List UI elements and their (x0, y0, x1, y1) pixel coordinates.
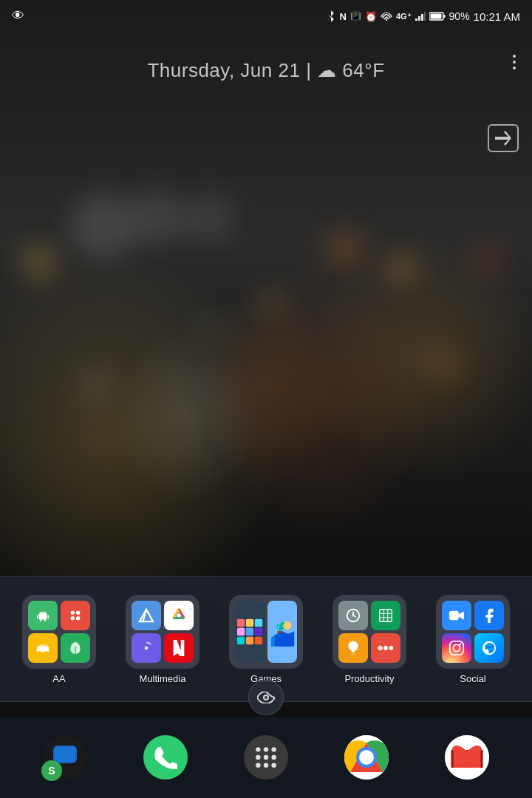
svg-rect-29 (237, 627, 245, 635)
svg-point-65 (264, 763, 268, 767)
folder-productivity-grid (332, 595, 406, 669)
svg-point-48 (383, 646, 388, 650)
dock-gmail[interactable] (445, 735, 489, 780)
more-options-button[interactable] (510, 52, 519, 72)
status-bar: 👁 N 📳 ⏰ 4G⁺ 90% 10:21 AM (0, 0, 532, 33)
battery-percent: 90% (449, 10, 470, 22)
bokeh-2 (129, 188, 185, 244)
app-zoom (442, 601, 471, 630)
folder-aa-label: AA (52, 673, 65, 684)
bokeh-3 (183, 191, 235, 242)
date-weather-widget: Thursday, Jun 21 | ☁ 64°F (0, 59, 532, 82)
bokeh-7 (473, 244, 502, 273)
app-lightbulb (338, 633, 368, 663)
eye-indicator-icon (257, 692, 275, 703)
dock-app-drawer[interactable] (244, 735, 288, 780)
folder-productivity[interactable]: Productivity (332, 595, 406, 684)
dock-phone[interactable] (143, 735, 188, 780)
app-maps (28, 633, 58, 663)
dot-2 (513, 61, 516, 64)
svg-rect-16 (38, 644, 48, 648)
svg-point-14 (76, 615, 81, 620)
app-drive (132, 601, 161, 630)
wifi-icon (381, 12, 392, 21)
folder-games[interactable]: Games (229, 595, 303, 684)
dock-messages[interactable]: S (43, 735, 87, 780)
svg-point-47 (378, 646, 383, 650)
svg-rect-26 (237, 618, 245, 626)
bokeh-1 (70, 192, 137, 259)
chrome-icon-container (344, 735, 389, 780)
svg-point-59 (264, 747, 268, 751)
svg-rect-1 (418, 16, 420, 21)
svg-rect-32 (237, 636, 245, 644)
notification-icon: N (340, 11, 347, 22)
folder-social[interactable]: Social (436, 595, 510, 684)
svg-point-11 (71, 610, 75, 615)
app-ytmusic (132, 633, 161, 663)
time-display: 10:21 AM (474, 10, 520, 23)
svg-point-13 (71, 615, 75, 620)
app-netflix (164, 633, 194, 663)
app-messenger (474, 633, 504, 663)
svg-rect-50 (449, 610, 459, 620)
vibrate-icon: 📳 (350, 11, 361, 21)
svg-point-18 (45, 650, 48, 653)
svg-rect-5 (443, 15, 445, 18)
gmail-icon-container (445, 735, 489, 780)
signal-icon (415, 12, 426, 21)
alarm-icon: ⏰ (365, 11, 377, 22)
dot-1 (513, 55, 516, 58)
svg-point-17 (38, 650, 41, 653)
shelf-indicator[interactable] (248, 680, 284, 715)
bokeh-11 (200, 318, 222, 340)
app-game-grid (235, 601, 265, 663)
phone-icon-container (143, 735, 188, 780)
folder-aa[interactable]: AA (22, 595, 96, 684)
svg-point-53 (460, 643, 462, 645)
app-clock (338, 601, 368, 630)
svg-point-52 (453, 644, 460, 651)
svg-point-58 (256, 747, 260, 751)
app-sheets (371, 601, 400, 630)
app-island-game (267, 601, 297, 663)
svg-rect-34 (255, 636, 262, 644)
messages-icon-container: S (43, 735, 87, 780)
chrome-svg (344, 735, 389, 780)
svg-rect-37 (277, 631, 283, 633)
bokeh-8 (259, 288, 284, 314)
svg-rect-28 (255, 618, 262, 626)
folder-productivity-label: Productivity (344, 673, 394, 684)
bokeh-6 (384, 251, 417, 284)
svg-point-24 (177, 613, 181, 618)
exit-icon (495, 131, 511, 146)
status-right: N 📳 ⏰ 4G⁺ 90% 10:21 AM (327, 10, 521, 23)
app-chrome-multi (164, 601, 194, 630)
bokeh-9 (74, 362, 118, 406)
folder-games-grid (229, 595, 303, 669)
svg-point-63 (271, 755, 276, 760)
eye-status-icon: 👁 (12, 9, 24, 24)
folder-multimedia-grid (126, 595, 200, 669)
svg-point-61 (256, 755, 260, 760)
dot-3 (513, 66, 516, 69)
app-tally (61, 601, 90, 630)
app-feather (61, 633, 90, 663)
app-facebook (474, 601, 504, 630)
date-text: Thursday, Jun 21 | ☁ 64°F (147, 59, 384, 81)
bokeh-10 (429, 347, 466, 384)
svg-point-36 (283, 621, 291, 629)
svg-rect-33 (246, 636, 253, 644)
folder-multimedia[interactable]: Multimedia (126, 595, 200, 684)
phone-svg (154, 746, 177, 769)
svg-rect-57 (55, 747, 75, 762)
messages-badge: S (41, 760, 62, 781)
svg-point-41 (352, 614, 355, 616)
exit-button[interactable] (488, 124, 519, 152)
app-android (28, 601, 58, 630)
dock: S (0, 717, 532, 798)
bluetooth-icon (327, 10, 336, 22)
dock-chrome[interactable] (344, 735, 389, 780)
svg-rect-31 (255, 627, 262, 635)
svg-point-60 (271, 747, 276, 751)
